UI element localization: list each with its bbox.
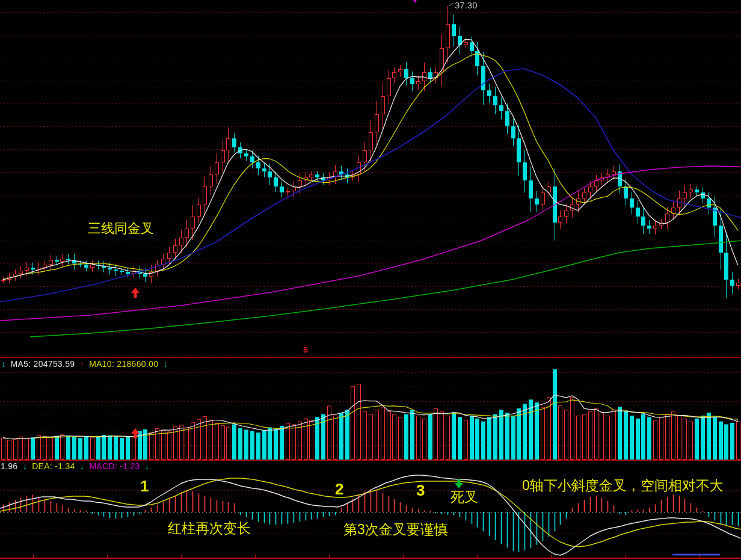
- volume-ma10-value: MA10: 218660.00: [89, 359, 158, 369]
- volume-ma5-value: MA5: 204753.59: [11, 359, 75, 369]
- death-cross-label: 死叉: [450, 490, 478, 504]
- volume-ma10-down-icon: ↓: [163, 359, 167, 369]
- macd-down-icon: ↓: [145, 461, 149, 471]
- macd-dea-down-icon: ↓: [80, 461, 84, 471]
- macd-value: MACD: -1.23: [89, 461, 140, 471]
- volume-ma-header: ↓ MA5: 204753.59 ↑ MA10: 218660.00 ↓: [1, 359, 170, 369]
- volume-trend-down-icon: ↓: [1, 359, 5, 369]
- golden-cross-1-label: 1: [140, 478, 149, 494]
- macd-dea-value: DEA: -1.34: [32, 461, 75, 471]
- stock-chart-window: ↓ MA5: 204753.59 ↑ MA10: 218660.00 ↓ 1.9…: [0, 0, 741, 560]
- macd-header: 1.96 ↓ DEA: -1.34 ↓ MACD: -1.23 ↓: [1, 461, 152, 471]
- chart-canvas[interactable]: [0, 0, 741, 560]
- macd-dif-down-icon: ↓: [23, 461, 27, 471]
- three-line-golden-cross-label: 三线同金叉: [88, 221, 154, 235]
- peak-price-label: 37.30: [455, 1, 478, 10]
- event-mark: *: [413, 0, 417, 7]
- golden-cross-3-label: 3: [416, 482, 425, 499]
- split-marker: S: [303, 346, 308, 354]
- below-zero-cross-note: 0轴下小斜度金叉，空间相对不大: [522, 478, 724, 493]
- red-bars-lengthen-note: 红柱再次变长: [168, 521, 251, 535]
- golden-cross-2-label: 2: [335, 481, 343, 497]
- macd-dif-value: 1.96: [1, 461, 17, 471]
- third-cross-caution-note: 第3次金叉要谨慎: [343, 522, 448, 537]
- volume-ma5-up-icon: ↑: [80, 359, 84, 369]
